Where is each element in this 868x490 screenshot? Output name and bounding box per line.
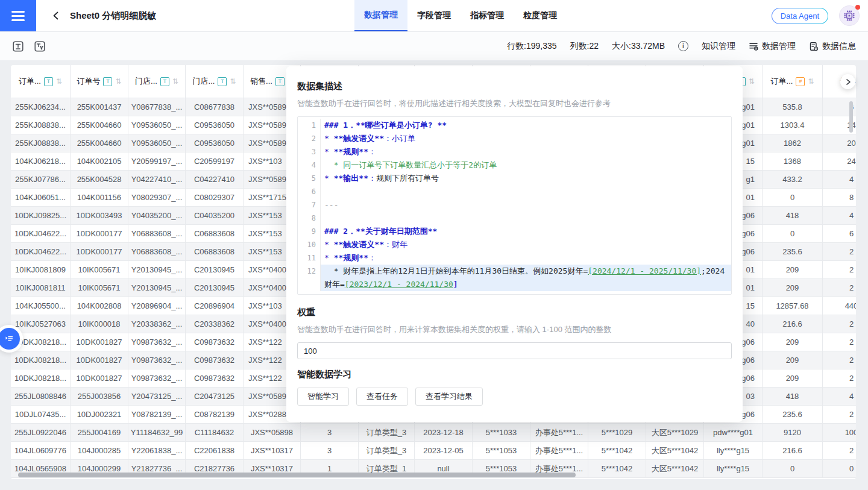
table-cell: 10DKJ04622... — [11, 243, 71, 261]
line-number: 4 — [298, 159, 321, 172]
table-cell: 10IK000018 — [71, 315, 128, 333]
table-cell: 2023-12-05 — [415, 442, 473, 460]
editor-line-content[interactable]: * 财年是指上年的12月1日开始到本年的11月30日结束。例如2025财年=[2… — [321, 265, 731, 291]
view-learning-results-button[interactable]: 查看学习结果 — [415, 388, 483, 406]
editor-line: 1### 1．**哪些订单是小订单? ** — [298, 119, 731, 132]
sort-icon[interactable]: ⇅ — [115, 77, 121, 86]
table-cell: 209 — [763, 333, 823, 351]
horizontal-scrollbar[interactable] — [18, 473, 576, 477]
tab-granularity-management[interactable]: 粒度管理 — [514, 0, 567, 31]
table-cell: 2 — [823, 442, 856, 460]
table-cell: 0 — [823, 460, 856, 478]
tab-field-management[interactable]: 字段管理 — [407, 0, 461, 31]
sort-icon[interactable]: ⇅ — [230, 77, 236, 86]
column-header[interactable]: 门店...T⇅ — [128, 65, 186, 98]
line-number: 9 — [298, 225, 321, 238]
field-settings-icon[interactable] — [12, 40, 24, 52]
table-cell: 255KJ06234... — [11, 98, 71, 116]
table-cell: 2 — [823, 333, 856, 351]
editor-line-content[interactable] — [321, 212, 731, 225]
editor-line: 12 * 财年是指上年的12月1日开始到本年的11月30日结束。例如2025财年… — [298, 265, 731, 291]
table-cell: 209 — [763, 261, 823, 279]
chat-bubble-icon — [4, 333, 14, 344]
column-header[interactable]: 订单...T⇅ — [11, 65, 71, 98]
editor-line: 3* **规则**： — [298, 145, 731, 159]
table-cell: 3 — [301, 442, 359, 460]
field-filter-icon[interactable] — [34, 40, 46, 52]
table-cell: 10DK000177 — [71, 243, 128, 261]
knowledge-management-button[interactable]: 知识管理 — [702, 41, 735, 52]
table-cell: Y06883608_... — [128, 243, 186, 261]
data-agent-button[interactable]: Data Agent — [772, 8, 828, 24]
table-cell: lly****g15 — [704, 442, 763, 460]
sort-icon[interactable]: ⇅ — [56, 77, 62, 86]
editor-line-content[interactable] — [321, 185, 731, 198]
sort-icon[interactable]: ⇅ — [749, 77, 755, 86]
table-cell: Y20338362_... — [128, 315, 186, 333]
editor-line-content[interactable]: ### 2．**关于财年日期范围** — [321, 225, 731, 238]
back-button[interactable] — [51, 10, 61, 21]
data-management-button[interactable]: 数据管理 — [749, 41, 796, 52]
view-tasks-button[interactable]: 查看任务 — [356, 388, 408, 406]
editor-line-content[interactable]: * **规则**： — [321, 251, 731, 265]
table-cell: 255J003856 — [71, 388, 128, 406]
editor-line-content[interactable]: * **输出**：规则下所有订单号 — [321, 172, 731, 185]
editor-line-content[interactable]: * 同一订单号下订单数量汇总小于等于2的订单 — [321, 159, 731, 172]
text-type-icon: T — [160, 77, 169, 86]
weight-input[interactable] — [297, 342, 732, 359]
table-cell: Y08782139_... — [128, 406, 186, 424]
table-cell: Y20130945_... — [128, 279, 186, 297]
table-cell: Y06883608_... — [128, 225, 186, 243]
table-cell: 2023-12-18 — [415, 424, 473, 442]
table-cell: 104KJ06051... — [11, 189, 71, 207]
editor-line-content[interactable]: * **规则**： — [321, 145, 731, 159]
table-cell: 10IKJ0081811 — [11, 279, 71, 297]
editor-line-content[interactable]: --- — [321, 198, 731, 212]
info-icon[interactable]: i — [678, 41, 688, 51]
sort-icon[interactable]: ⇅ — [172, 77, 178, 86]
chevron-left-icon — [51, 10, 61, 21]
table-cell: 办事处5***1... — [530, 424, 588, 442]
editor-line-content[interactable]: ### 1．**哪些订单是小订单? ** — [321, 119, 731, 132]
vertical-scrollbar[interactable] — [849, 101, 853, 133]
column-label: 订单... — [771, 76, 793, 87]
avatar[interactable] — [839, 5, 860, 26]
tab-data-management[interactable]: 数据管理 — [354, 0, 407, 31]
table-cell: 20 — [823, 134, 856, 152]
editor-line-content[interactable]: * **触发语义**：小订单 — [321, 132, 731, 145]
table-cell: 418 — [763, 207, 823, 225]
data-info-button[interactable]: 数据信息 — [809, 41, 856, 52]
column-header[interactable]: 门店...T⇅ — [186, 65, 244, 98]
text-type-icon: T — [44, 77, 53, 86]
hamburger-menu-button[interactable] — [0, 0, 36, 31]
table-cell: 104K002105 — [71, 152, 128, 171]
column-header[interactable]: 订单号T⇅ — [71, 65, 128, 98]
sort-icon[interactable]: ⇅ — [808, 77, 814, 86]
hamburger-icon — [11, 11, 25, 13]
table-cell: 10DK001827 — [71, 369, 128, 388]
table-cell: Y04035200_... — [128, 207, 186, 225]
editor-line-content[interactable]: * **触发语义**：财年 — [321, 238, 731, 251]
table-cell: Y22061838_... — [128, 442, 186, 460]
tab-metric-management[interactable]: 指标管理 — [461, 0, 514, 31]
smart-learning-button[interactable]: 智能学习 — [297, 388, 349, 406]
table-cell: 440 — [823, 297, 856, 315]
top-header: Sheet0 分销明细脱敏 数据管理字段管理指标管理粒度管理 Data Agen… — [0, 0, 868, 32]
table-cell: 255J004169 — [71, 424, 128, 442]
table-cell: 104K001156 — [71, 189, 128, 207]
description-editor[interactable]: 1### 1．**哪些订单是小订单? **2* **触发语义**：小订单3* *… — [297, 116, 732, 295]
table-cell: 104K002808 — [71, 297, 128, 315]
table-cell: JXS**10317 — [244, 442, 301, 460]
line-number: 12 — [298, 265, 321, 291]
database-icon — [749, 42, 758, 51]
table-cell: 255KJ07786... — [11, 171, 71, 189]
table-cell: C20896904 — [186, 297, 244, 315]
table-cell: 10DKJ08218... — [11, 369, 71, 388]
column-header[interactable]: 订单...#⇅ — [763, 65, 823, 98]
table-cell: C11184632 — [186, 424, 244, 442]
table-row: 255JL0922046255J004169Y11184632_99C11184… — [11, 424, 856, 442]
table-cell: 0 — [763, 225, 823, 243]
table-cell: 0 — [763, 189, 823, 207]
expand-columns-button[interactable] — [840, 74, 855, 89]
table-cell: 433.2 — [763, 171, 823, 189]
